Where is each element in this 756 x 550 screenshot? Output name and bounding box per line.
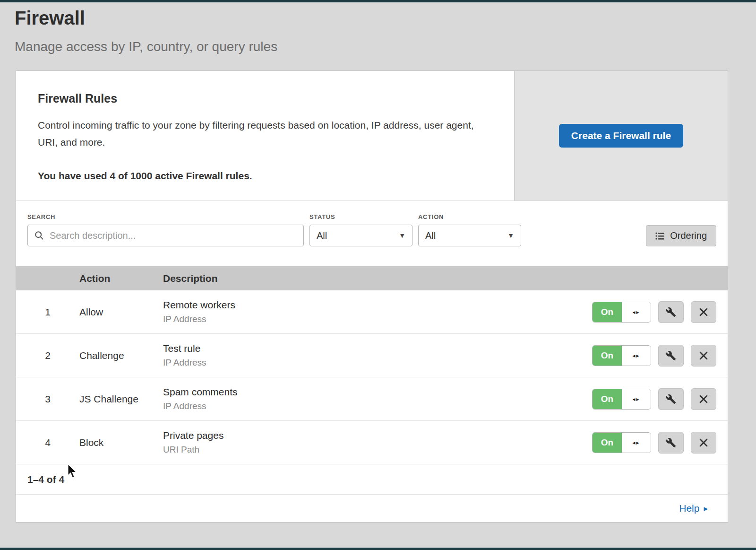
chevron-down-icon: ▼ xyxy=(399,232,405,239)
window-bottom-border xyxy=(0,548,756,550)
table-row: 2 Challenge Test rule IP Address On ◂▸ xyxy=(16,334,728,377)
column-action: Action xyxy=(79,273,163,284)
action-filter: ACTION All ▼ xyxy=(418,213,521,246)
edit-rule-button[interactable] xyxy=(658,345,684,367)
rule-description: Test rule xyxy=(163,343,592,354)
edit-rule-button[interactable] xyxy=(658,432,684,454)
section-heading: Firewall Rules xyxy=(38,92,486,105)
rule-description: Spam comments xyxy=(163,386,592,398)
rule-action: JS Challenge xyxy=(79,393,163,405)
rule-action: Block xyxy=(79,437,163,448)
table-row: 3 JS Challenge Spam comments IP Address … xyxy=(16,377,728,421)
rule-number: 2 xyxy=(16,350,79,361)
status-label: STATUS xyxy=(309,213,412,220)
ordering-button-label: Ordering xyxy=(670,230,707,241)
toggle-on-label: On xyxy=(593,389,622,409)
rule-action: Challenge xyxy=(79,350,163,361)
action-select-value: All xyxy=(425,230,436,241)
close-icon xyxy=(699,308,708,316)
filters-bar: SEARCH STATUS All ▼ ACTION All ▼ xyxy=(16,201,728,266)
toggle-arrows-icon: ◂▸ xyxy=(622,433,651,453)
search-label: SEARCH xyxy=(27,213,304,220)
rule-description: Private pages xyxy=(163,430,592,441)
chevron-right-icon: ▸ xyxy=(704,504,708,514)
rule-number: 1 xyxy=(16,306,79,318)
toggle-arrows-icon: ◂▸ xyxy=(622,389,651,409)
chevron-down-icon: ▼ xyxy=(507,232,514,239)
rule-field-type: URI Path xyxy=(163,445,592,455)
window-top-border xyxy=(0,0,756,2)
close-icon xyxy=(699,351,708,360)
search-filter: SEARCH xyxy=(27,213,304,246)
table-row: 1 Allow Remote workers IP Address On ◂▸ xyxy=(16,290,728,334)
ordering-button[interactable]: Ordering xyxy=(646,225,716,246)
close-icon xyxy=(699,395,708,403)
section-description: Control incoming traffic to your zone by… xyxy=(38,117,486,150)
rule-enabled-toggle[interactable]: On ◂▸ xyxy=(592,432,651,453)
page-subtitle: Manage access by IP, country, or query r… xyxy=(15,39,756,54)
page-title: Firewall xyxy=(15,8,756,29)
wrench-icon xyxy=(666,437,676,448)
rule-action: Allow xyxy=(79,306,163,318)
wrench-icon xyxy=(666,394,676,404)
rule-field-type: IP Address xyxy=(163,314,592,324)
edit-rule-button[interactable] xyxy=(658,388,684,410)
rule-description: Remote workers xyxy=(163,299,592,311)
rule-enabled-toggle[interactable]: On ◂▸ xyxy=(592,302,651,323)
rule-enabled-toggle[interactable]: On ◂▸ xyxy=(592,345,651,366)
wrench-icon xyxy=(666,307,676,317)
ordered-list-icon xyxy=(655,232,665,240)
search-input[interactable] xyxy=(27,225,304,246)
delete-rule-button[interactable] xyxy=(691,388,716,410)
delete-rule-button[interactable] xyxy=(691,432,716,454)
rule-number: 4 xyxy=(16,437,79,448)
rule-field-type: IP Address xyxy=(163,401,592,411)
action-label: ACTION xyxy=(418,213,521,220)
close-icon xyxy=(699,438,708,447)
pagination: 1–4 of 4 xyxy=(16,464,728,495)
intro-section: Firewall Rules Control incoming traffic … xyxy=(16,71,728,201)
usage-summary: You have used 4 of 1000 active Firewall … xyxy=(38,170,486,182)
column-description: Description xyxy=(163,273,728,284)
table-header: Action Description xyxy=(16,266,728,290)
delete-rule-button[interactable] xyxy=(691,345,716,367)
search-icon xyxy=(34,230,44,241)
toggle-arrows-icon: ◂▸ xyxy=(622,302,651,322)
rule-enabled-toggle[interactable]: On ◂▸ xyxy=(592,389,651,410)
toggle-on-label: On xyxy=(593,433,622,453)
rule-field-type: IP Address xyxy=(163,358,592,368)
status-select[interactable]: All ▼ xyxy=(309,225,412,246)
toggle-on-label: On xyxy=(593,302,622,322)
action-select[interactable]: All ▼ xyxy=(418,225,521,246)
create-firewall-rule-button[interactable]: Create a Firewall rule xyxy=(559,124,683,148)
card-footer: Help ▸ xyxy=(16,495,728,522)
rule-number: 3 xyxy=(16,393,79,405)
toggle-arrows-icon: ◂▸ xyxy=(622,346,651,366)
help-link-label: Help xyxy=(679,503,699,514)
table-row: 4 Block Private pages URI Path On ◂▸ xyxy=(16,421,728,464)
intro-text-panel: Firewall Rules Control incoming traffic … xyxy=(16,71,514,201)
help-link[interactable]: Help ▸ xyxy=(679,503,708,514)
toggle-on-label: On xyxy=(593,346,622,366)
delete-rule-button[interactable] xyxy=(691,301,716,323)
page-header: Firewall Manage access by IP, country, o… xyxy=(0,0,756,54)
status-filter: STATUS All ▼ xyxy=(309,213,412,246)
status-select-value: All xyxy=(317,230,327,241)
wrench-icon xyxy=(666,350,676,361)
edit-rule-button[interactable] xyxy=(658,301,684,323)
intro-action-panel: Create a Firewall rule xyxy=(514,71,728,201)
firewall-rules-card: Firewall Rules Control incoming traffic … xyxy=(16,70,728,523)
